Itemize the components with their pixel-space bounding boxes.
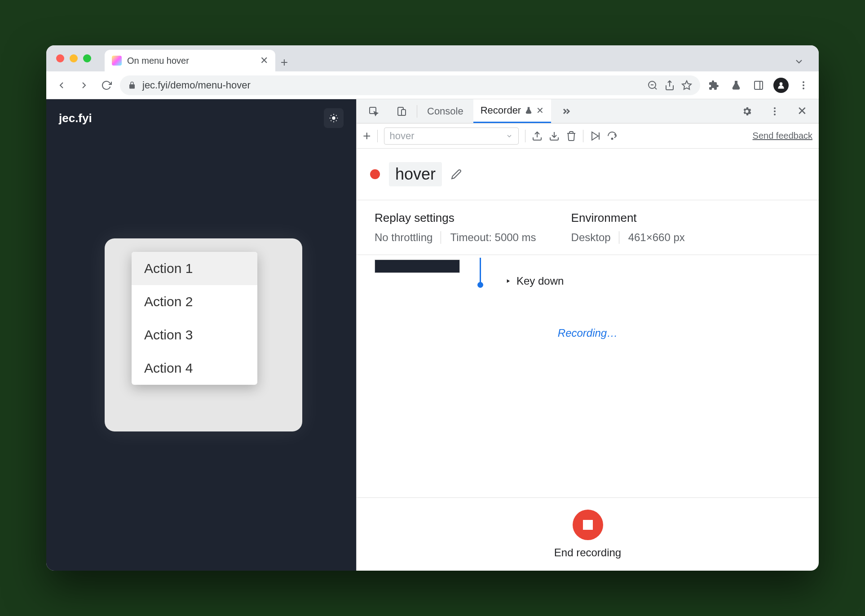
import-icon[interactable] [549,131,560,141]
send-feedback-link[interactable]: Send feedback [753,131,812,141]
device-toolbar-button[interactable] [389,101,414,122]
svg-point-10 [803,88,804,89]
devtools-menu-button[interactable] [762,101,787,122]
new-recording-button[interactable]: + [363,128,371,144]
recording-header: hover [357,149,819,200]
browser-tab[interactable]: On menu hover ✕ [105,50,275,71]
tab-recorder[interactable]: Recorder ✕ [473,99,551,123]
svg-marker-28 [592,132,598,140]
favicon-icon [112,56,122,66]
svg-line-19 [336,115,336,115]
reload-button[interactable] [97,76,115,94]
forward-button[interactable] [75,76,93,94]
labs-button[interactable] [727,76,745,94]
svg-point-8 [803,81,804,83]
maximize-window-button[interactable] [83,54,91,62]
menu-item[interactable]: Action 1 [132,252,257,285]
menu-item[interactable]: Action 4 [132,352,257,385]
webpage: jec.fyi Hover me! Action 1 Action 2 Acti… [46,99,356,571]
back-button[interactable] [53,76,71,94]
settings-row: Replay settings No throttling Timeout: 5… [357,200,819,255]
svg-marker-31 [507,279,510,283]
settings-button[interactable] [734,101,759,122]
svg-point-24 [774,110,776,112]
recorder-toolbar: + hover Send feedback [357,123,819,149]
url-text: jec.fyi/demo/menu-hover [142,79,641,91]
lock-icon [128,81,136,89]
profile-button[interactable] [772,76,790,94]
play-icon[interactable] [590,131,600,141]
recording-status: Recording… [375,327,801,339]
timeout-value[interactable]: Timeout: 5000 ms [450,231,544,244]
devtools-tab-bar: Console Recorder ✕ ✕ [357,99,819,123]
window-controls [56,45,91,71]
avatar-icon [773,78,789,93]
dropdown-menu: Action 1 Action 2 Action 3 Action 4 [132,252,257,385]
environment-settings: Environment Desktop 461×660 px [571,211,693,244]
svg-marker-4 [682,81,691,89]
recording-select[interactable]: hover [384,128,519,145]
step-over-icon[interactable] [607,131,618,141]
svg-line-18 [331,120,331,121]
close-window-button[interactable] [56,54,64,62]
timeline-dot-icon [477,282,483,288]
extensions-button[interactable] [705,76,723,94]
step-thumbnail[interactable] [375,260,460,273]
timeline-line [480,258,481,285]
delete-icon[interactable] [566,131,577,141]
svg-point-11 [332,116,335,119]
recording-name[interactable]: hover [389,162,442,186]
end-recording-button[interactable] [573,510,603,540]
new-tab-button[interactable]: + [275,55,293,71]
svg-line-15 [336,120,336,121]
close-devtools-button[interactable]: ✕ [790,99,814,123]
gear-icon [741,106,752,117]
theme-toggle-button[interactable] [324,108,344,128]
close-tab-icon[interactable]: ✕ [536,105,544,116]
minimize-window-button[interactable] [70,54,78,62]
content-area: jec.fyi Hover me! Action 1 Action 2 Acti… [46,99,819,571]
edit-icon[interactable] [451,169,462,180]
menu-item[interactable]: Action 3 [132,318,257,352]
address-bar[interactable]: jec.fyi/demo/menu-hover [120,75,700,95]
devtools-panel: Console Recorder ✕ ✕ [356,99,819,571]
close-tab-button[interactable]: ✕ [260,55,268,66]
browser-window: On menu hover ✕ + jec.fyi/demo/menu-hove… [46,45,819,571]
replay-settings-heading: Replay settings [375,211,544,225]
site-name: jec.fyi [59,111,92,125]
svg-point-25 [774,114,776,115]
recording-indicator-icon [370,169,380,179]
export-icon[interactable] [532,131,543,141]
env-size[interactable]: 461×660 px [628,231,693,244]
inspect-element-button[interactable] [361,101,386,122]
step-row[interactable]: Key down [505,275,564,287]
svg-point-9 [803,84,804,86]
tab-list-chevron-icon[interactable] [786,52,812,71]
side-panel-button[interactable] [750,76,768,94]
svg-point-7 [780,82,783,85]
svg-point-23 [774,107,776,109]
browser-toolbar: jec.fyi/demo/menu-hover [46,71,819,99]
zoom-out-icon[interactable] [647,80,658,91]
flask-icon [525,106,533,114]
stop-icon [583,520,593,530]
tab-title: On menu hover [127,56,189,66]
end-recording-section: End recording [357,497,819,571]
menu-item[interactable]: Action 2 [132,285,257,318]
share-icon[interactable] [664,80,675,91]
throttling-value[interactable]: No throttling [375,231,441,244]
tab-console[interactable]: Console [420,100,471,123]
env-device[interactable]: Desktop [571,231,619,244]
page-header: jec.fyi [46,99,356,137]
steps-timeline: Key down Recording… [357,255,819,497]
environment-heading: Environment [571,211,693,225]
expand-arrow-icon[interactable] [505,278,511,284]
tab-strip: On menu hover ✕ + [46,45,819,71]
end-recording-label: End recording [554,546,621,559]
more-tabs-button[interactable] [554,101,579,122]
svg-line-14 [331,115,331,115]
browser-menu-button[interactable] [794,76,812,94]
svg-rect-22 [402,110,406,115]
svg-rect-5 [755,81,763,89]
bookmark-star-icon[interactable] [681,80,692,91]
